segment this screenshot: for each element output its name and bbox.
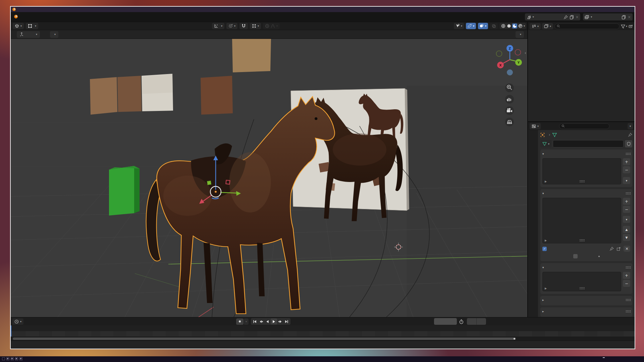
- copy-icon[interactable]: [622, 15, 626, 19]
- use-preview-range-toggle[interactable]: [459, 319, 464, 324]
- camera-view-button[interactable]: [505, 106, 514, 115]
- nav-minus-x-ball[interactable]: [515, 50, 521, 55]
- window-titlebar[interactable]: [11, 7, 635, 12]
- scene-selector[interactable]: ▾ ×: [525, 13, 581, 20]
- shapekey-clear-button[interactable]: ×: [624, 246, 630, 252]
- shading-material-button[interactable]: [512, 23, 517, 28]
- play-reverse-button[interactable]: [264, 318, 271, 324]
- editor-type-button[interactable]: ▾: [13, 23, 24, 29]
- uvmap-add-button[interactable]: +: [623, 272, 630, 279]
- next-keyframe-button[interactable]: [277, 318, 283, 324]
- gizmo-plane-xy[interactable]: [207, 181, 211, 185]
- shading-rendered-button[interactable]: [518, 23, 523, 28]
- outliner-display-mode[interactable]: ▾: [530, 23, 541, 29]
- viewport-canvas[interactable]: Z X Y: [11, 39, 527, 317]
- shapekey-move-down-button[interactable]: ▼: [623, 234, 630, 241]
- face-maps-header[interactable]: ▸: [542, 309, 630, 314]
- timeline-header: ▾ ▾: [11, 317, 635, 325]
- start-frame-field[interactable]: [467, 318, 476, 325]
- shape-keys-header[interactable]: ▾: [542, 190, 630, 196]
- fake-user-shield-button[interactable]: [625, 140, 632, 147]
- pin-icon[interactable]: [564, 15, 568, 19]
- relative-checkbox[interactable]: ✓: [542, 247, 547, 251]
- add-rest-position-checkbox[interactable]: [573, 254, 578, 258]
- unlink-icon[interactable]: ×: [576, 15, 579, 19]
- shapekey-remove-button[interactable]: −: [623, 206, 630, 213]
- end-frame-field[interactable]: [476, 318, 486, 325]
- shapekey-specials-menu[interactable]: ▾: [623, 216, 630, 223]
- shapekey-add-button[interactable]: +: [623, 198, 630, 205]
- viewlayer-selector[interactable]: ▾ ×: [583, 13, 633, 20]
- prev-keyframe-button[interactable]: [258, 318, 264, 324]
- snap-magnet-toggle[interactable]: [239, 23, 248, 29]
- timeline-scrollbar[interactable]: [11, 337, 635, 341]
- orientation-dropdown[interactable]: ▾: [17, 31, 40, 38]
- blender-window: ▾ × ▾ × ▾ ▾: [10, 6, 635, 349]
- shapekey-edit-mode-icon[interactable]: [616, 247, 621, 251]
- vgroup-specials-menu[interactable]: ▾: [623, 177, 630, 184]
- color-attributes-header[interactable]: ▸: [542, 297, 630, 303]
- shading-solid-button[interactable]: [506, 23, 512, 28]
- auto-key-record-button[interactable]: [236, 318, 244, 325]
- proportional-editing-toggle[interactable]: ▾: [263, 23, 280, 29]
- show-gizmo-dropdown[interactable]: ▾: [454, 23, 464, 29]
- timeline-body[interactable]: [11, 325, 635, 341]
- new-collection-button[interactable]: [629, 24, 633, 28]
- snap-settings-dropdown[interactable]: ▾: [250, 23, 261, 29]
- playhead[interactable]: [11, 325, 11, 337]
- remove-icon[interactable]: ×: [628, 15, 631, 19]
- nav-minus-y-ball[interactable]: [496, 51, 502, 57]
- jump-to-end-button[interactable]: [283, 318, 290, 324]
- render-pass-button[interactable]: [490, 23, 498, 29]
- taskbar: [0, 356, 644, 362]
- outliner-filter-funnel[interactable]: ▾: [621, 24, 627, 28]
- green-cube[interactable]: [109, 166, 140, 216]
- timeline-keyframe-lane[interactable]: [11, 331, 635, 337]
- pan-button[interactable]: [505, 95, 514, 104]
- decorator-dot[interactable]: [598, 256, 600, 257]
- vertex-groups-list[interactable]: ▶: [542, 158, 621, 184]
- workspace-tags[interactable]: [2, 357, 24, 361]
- shapekey-pin-icon[interactable]: [609, 247, 614, 251]
- ortho-toggle-button[interactable]: [505, 118, 514, 126]
- data-id-icon[interactable]: ▾: [540, 140, 551, 147]
- shape-keys-list[interactable]: ▶: [542, 198, 621, 243]
- timeline-ruler[interactable]: [11, 325, 635, 331]
- uv-maps-header[interactable]: ▾: [542, 264, 630, 270]
- uv-maps-list[interactable]: ▶: [542, 272, 621, 291]
- blender-logo-icon[interactable]: [13, 14, 18, 20]
- uv-maps-panel: ▾ ▶ + −: [540, 263, 632, 294]
- properties-options[interactable]: ▾: [628, 123, 633, 129]
- xray-toggle-dropdown[interactable]: ▾: [478, 23, 488, 29]
- current-frame-field[interactable]: [434, 318, 457, 325]
- auto-key-dropdown[interactable]: ▾: [244, 318, 249, 325]
- vgroup-add-button[interactable]: +: [623, 158, 630, 165]
- svg-text:X: X: [499, 64, 502, 67]
- transform-orientation-dropdown[interactable]: ▾: [212, 23, 224, 29]
- blender-logo-icon: [12, 7, 16, 12]
- outliner-filter-mode[interactable]: ▾: [542, 23, 553, 29]
- pivot-point-dropdown[interactable]: ▾: [226, 23, 237, 29]
- properties-search[interactable]: [559, 123, 609, 129]
- nav-minus-z-ball[interactable]: [507, 69, 513, 75]
- vgroup-remove-button[interactable]: −: [623, 166, 630, 173]
- drag-dropdown[interactable]: ▾: [50, 31, 58, 38]
- options-dropdown[interactable]: ▾: [516, 31, 524, 38]
- properties-editor-type[interactable]: ▾: [530, 123, 541, 129]
- copy-icon[interactable]: [570, 15, 574, 19]
- uvmap-remove-button[interactable]: −: [623, 280, 630, 287]
- region-collapse-arrow[interactable]: ‹: [525, 51, 526, 55]
- mode-dropdown[interactable]: ▾: [26, 23, 38, 29]
- vertex-groups-header[interactable]: ▾: [542, 151, 630, 157]
- show-overlays-toggle[interactable]: ▾: [466, 23, 476, 29]
- data-name-row: ▾: [540, 140, 632, 147]
- shapekey-move-up-button[interactable]: ▲: [623, 226, 630, 233]
- zoom-button[interactable]: [505, 83, 514, 92]
- jump-to-start-button[interactable]: [252, 318, 258, 324]
- pin-icon[interactable]: [628, 132, 632, 137]
- timeline-editor-type[interactable]: ▾: [12, 318, 23, 325]
- play-button[interactable]: [271, 318, 277, 324]
- outliner-search[interactable]: [554, 23, 620, 29]
- shading-wireframe-button[interactable]: [501, 23, 506, 28]
- data-name-field[interactable]: [553, 140, 624, 147]
